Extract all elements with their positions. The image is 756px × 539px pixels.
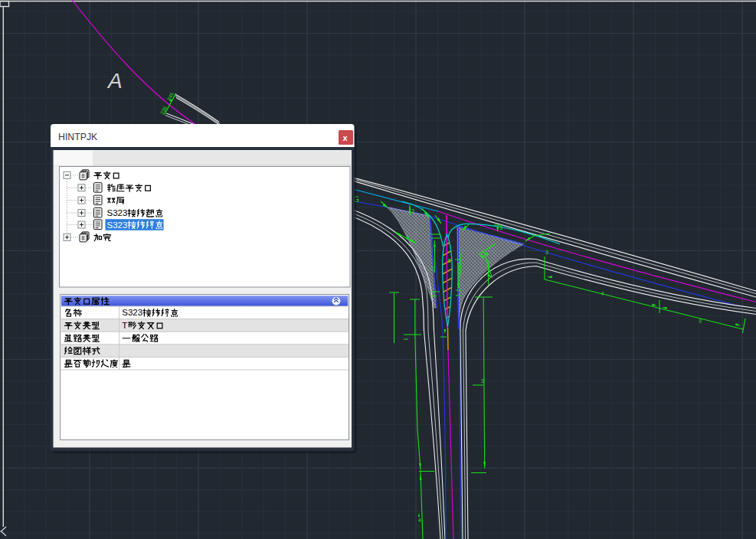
- svg-text:3: 3: [406, 235, 409, 240]
- svg-text:HINTPJK: HINTPJK: [58, 132, 98, 142]
- svg-text:3: 3: [545, 250, 548, 255]
- svg-text:S323: S323: [107, 208, 128, 217]
- svg-text:x: x: [343, 133, 349, 142]
- svg-text:T: T: [122, 321, 127, 330]
- svg-text:S323: S323: [122, 308, 142, 317]
- svg-text:A: A: [106, 69, 123, 93]
- svg-text:2: 2: [430, 266, 434, 271]
- svg-text:3: 3: [499, 225, 502, 230]
- svg-text:3: 3: [481, 378, 484, 384]
- svg-text:3: 3: [411, 208, 414, 214]
- svg-text:5: 5: [448, 258, 451, 263]
- svg-text:S323: S323: [107, 220, 128, 230]
- svg-text:4: 4: [418, 518, 421, 523]
